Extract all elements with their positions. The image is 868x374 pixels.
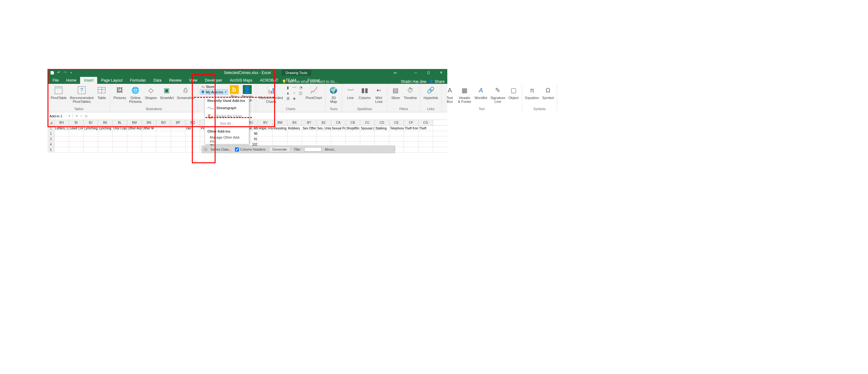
tab-insert[interactable]: Insert — [80, 77, 97, 84]
cell[interactable] — [113, 131, 127, 136]
tab-file[interactable]: File — [49, 77, 62, 84]
cell[interactable] — [84, 131, 98, 136]
column-header[interactable]: BW — [273, 120, 287, 125]
cell[interactable] — [171, 147, 186, 152]
row-header[interactable]: 5 — [48, 147, 55, 152]
cell[interactable] — [55, 131, 69, 136]
cell[interactable] — [156, 147, 171, 152]
cell[interactable] — [142, 136, 156, 142]
cell[interactable] — [69, 142, 84, 147]
cell[interactable] — [113, 147, 127, 152]
name-box[interactable]: Add-in 1▼ — [48, 114, 73, 119]
tab-view[interactable]: View — [186, 77, 201, 84]
column-header[interactable]: BM — [127, 120, 142, 125]
cell[interactable]: Robbery — [287, 126, 302, 131]
pie-chart-icon[interactable]: ◔ — [298, 85, 303, 90]
cancel-formula-icon[interactable]: ✕ — [75, 114, 78, 118]
cell[interactable]: Lymching — [84, 126, 98, 131]
cell[interactable] — [302, 136, 316, 142]
cell[interactable]: Sexual Pe — [331, 126, 346, 131]
cell[interactable] — [171, 136, 186, 142]
signature-line-button[interactable]: ✎Signature Line — [489, 85, 506, 104]
slicer-button[interactable]: ▤Slicer — [390, 85, 402, 100]
cell[interactable] — [127, 147, 142, 152]
tab-acrobat[interactable]: ACROBAT — [256, 77, 282, 84]
column-header[interactable]: CE — [390, 120, 404, 125]
column-header[interactable]: BH — [55, 120, 69, 125]
column-header[interactable]: CG — [418, 120, 433, 125]
cell[interactable] — [98, 131, 113, 136]
cell[interactable] — [258, 136, 273, 142]
column-header[interactable]: BP — [171, 120, 186, 125]
column-header[interactable]: BK — [98, 120, 113, 125]
column-header[interactable]: BJ — [84, 120, 98, 125]
tell-me-search[interactable]: 💡 Tell me what you want to do... — [282, 80, 338, 84]
select-all-corner[interactable] — [48, 120, 55, 125]
cell[interactable] — [375, 131, 390, 136]
cell[interactable]: cke — [186, 126, 200, 131]
column-header[interactable]: CD — [375, 120, 390, 125]
pictures-button[interactable]: 🖼Pictures — [112, 85, 127, 100]
cell[interactable] — [331, 131, 346, 136]
screenshot-button[interactable]: ⎙Screenshot — [176, 85, 196, 100]
cell[interactable]: Other Ass — [127, 126, 142, 131]
table-button[interactable]: Table — [95, 85, 108, 100]
cell[interactable] — [418, 136, 433, 142]
cell[interactable] — [127, 142, 142, 147]
pivottable-button[interactable]: PivotTable — [50, 85, 68, 100]
qat-dropdown-icon[interactable]: ▾ — [68, 70, 74, 75]
cell[interactable] — [55, 147, 69, 152]
online-pictures-button[interactable]: 🌐Online Pictures — [128, 85, 143, 104]
sparkline-column-button[interactable]: ▮▮Column — [358, 85, 372, 100]
tab-home[interactable]: Home — [62, 77, 80, 84]
column-header[interactable]: BQ — [186, 120, 200, 125]
ribbon-display-icon[interactable]: ▭ — [394, 70, 397, 75]
column-header[interactable]: BX — [287, 120, 302, 125]
cell[interactable] — [171, 142, 186, 147]
cell[interactable] — [156, 131, 171, 136]
cell[interactable]: Sex, Unlav — [316, 126, 331, 131]
column-headers-checkbox[interactable]: Column headers — [235, 148, 266, 152]
cell[interactable] — [186, 131, 200, 136]
addin-item-streamgraph[interactable]: Streamgraph — [205, 104, 249, 112]
column-header[interactable]: CB — [346, 120, 360, 125]
cell[interactable] — [302, 131, 316, 136]
title-input[interactable] — [304, 147, 321, 152]
cell[interactable] — [142, 131, 156, 136]
cell[interactable] — [84, 147, 98, 152]
sparkline-winloss-button[interactable]: ▪▫Win/ Loss — [373, 85, 385, 104]
hyperlink-button[interactable]: 🔗Hyperlink — [422, 85, 439, 100]
3d-map-button[interactable]: 🌍3D Map — [327, 85, 340, 104]
cell[interactable]: Stalking — [375, 126, 390, 131]
recommended-pivottables-button[interactable]: ?Recommended PivotTables — [69, 85, 95, 104]
timeline-button[interactable]: ⏱Timeline — [403, 85, 418, 100]
row-header[interactable]: 4 — [48, 142, 55, 147]
user-name[interactable]: Shalin Hai-Jew — [401, 80, 426, 84]
line-chart-icon[interactable]: 〰 — [292, 85, 297, 90]
cell[interactable]: Lynching - — [98, 126, 113, 131]
about-button[interactable]: About... — [325, 148, 337, 151]
cell[interactable] — [98, 147, 113, 152]
maximize-button[interactable]: ◻ — [422, 69, 435, 76]
cell[interactable] — [360, 136, 375, 142]
cell[interactable] — [98, 142, 113, 147]
row-header[interactable]: 3 — [48, 136, 55, 142]
cell[interactable] — [142, 147, 156, 152]
cell[interactable] — [55, 136, 69, 142]
cell[interactable] — [186, 136, 200, 142]
tab-developer[interactable]: Developer — [201, 77, 226, 84]
cell[interactable] — [287, 131, 302, 136]
cell[interactable] — [127, 136, 142, 142]
area-chart-icon[interactable]: ▲ — [285, 91, 290, 96]
tab-review[interactable]: Review — [165, 77, 185, 84]
cell[interactable] — [287, 136, 302, 142]
column-header[interactable]: BN — [142, 120, 156, 125]
cell[interactable] — [156, 126, 171, 131]
column-header[interactable]: BZ — [316, 120, 331, 125]
manage-addins-link[interactable]: Manage Other Add-ins... — [205, 134, 249, 144]
tab-data[interactable]: Data — [150, 77, 165, 84]
series-data-button[interactable]: Series Data... — [211, 148, 232, 151]
addin-task-strip[interactable]: ⓘ Series Data... Column headers Generate… — [202, 146, 395, 153]
see-all-addins-link[interactable]: See All... — [205, 120, 249, 127]
close-button[interactable]: ✕ — [435, 69, 447, 76]
